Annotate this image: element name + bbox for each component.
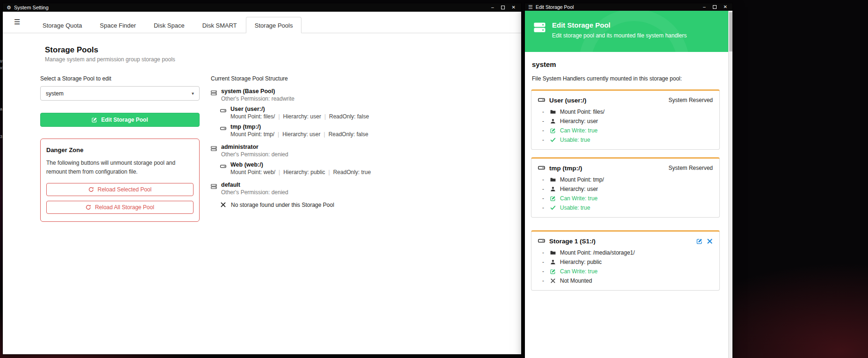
pool-name: default <box>221 182 288 188</box>
server-icon <box>211 182 217 190</box>
edit-icon <box>550 195 560 202</box>
pool-select[interactable]: system ▾ <box>40 86 200 101</box>
folder-icon <box>550 109 560 115</box>
pool-select-value: system <box>46 90 64 97</box>
times-icon <box>220 202 226 208</box>
storage-details: Mount Point: web/Hierarchy: publicReadOn… <box>230 169 371 175</box>
pool-select-label: Select a Storage Pool to edit <box>40 75 200 82</box>
edit-storage-pool-button[interactable]: Edit Storage Pool <box>40 113 200 127</box>
tab-disk-space[interactable]: Disk Space <box>145 17 194 33</box>
storage-details: Mount Point: tmp/Hierarchy: userReadOnly… <box>230 131 368 138</box>
close-button[interactable]: ✕ <box>724 5 727 9</box>
handler-canwrite-label: Can Write: true <box>560 195 597 202</box>
user-icon <box>550 259 560 265</box>
handler-mount-label: Mount Point: tmp/ <box>560 176 604 183</box>
storage-readonly: ReadOnly: true <box>333 169 371 175</box>
storage-name: User (user:/) <box>230 106 369 112</box>
user-icon <box>550 186 560 192</box>
storage-node: User (user:/) Mount Point: files/Hierarc… <box>220 106 371 120</box>
handler-hierarchy-label: Hierarchy: user <box>560 118 598 124</box>
storage-hierarchy: Hierarchy: user <box>283 113 321 120</box>
tab-disk-smart[interactable]: Disk SMART <box>194 17 246 33</box>
maximize-button[interactable] <box>501 6 505 9</box>
handler-name: tmp (tmp:/) <box>549 165 582 172</box>
handler-canwrite-row: Can Write: true <box>538 127 713 134</box>
storage-pool-tree: system (Base Pool) Other's Permission: r… <box>211 88 371 208</box>
hdd-icon <box>538 237 545 245</box>
handler-status-row: Usable: true <box>538 137 713 143</box>
handler-canwrite-label: Can Write: true <box>560 268 597 275</box>
handler-name: Storage 1 (S1:/) <box>549 238 595 245</box>
reload-all-pool-button[interactable]: Reload All Storage Pool <box>46 201 194 214</box>
window-title: System Setting <box>14 5 49 10</box>
system-reserved-badge: System Reserved <box>668 97 713 103</box>
check-icon <box>550 205 560 211</box>
empty-pool-message: No storage found under this Storage Pool <box>220 202 371 208</box>
banner-subtitle: Edit storage pool and its mounted file s… <box>552 32 687 39</box>
handler-hierarchy-row: Hierarchy: user <box>538 118 713 124</box>
handler-canwrite-row: Can Write: true <box>538 195 713 202</box>
refresh-icon <box>88 186 94 193</box>
titlebar: ⚙ System Setting – ✕ <box>3 3 521 12</box>
edit-handler-button[interactable] <box>696 238 703 244</box>
scrollbar-thumb[interactable] <box>729 12 732 51</box>
reload-selected-pool-button[interactable]: Reload Selected Pool <box>46 183 194 196</box>
pool-name: system (Base Pool) <box>221 88 294 95</box>
handler-hierarchy-label: Hierarchy: public <box>560 259 602 265</box>
desktop-icon-label-fragment: 3 <box>0 134 2 139</box>
maximize-icon <box>713 5 717 9</box>
server-icon <box>211 88 217 97</box>
edit-icon <box>92 117 97 123</box>
pool-node: default Other's Permission: denied No st… <box>211 182 371 208</box>
pool-permission: Other's Permission: denied <box>221 189 288 196</box>
chevron-down-icon: ▾ <box>192 91 194 96</box>
pool-permission: Other's Permission: denied <box>221 151 288 158</box>
tab-storage-pools[interactable]: Storage Pools <box>246 17 302 33</box>
handler-status-label: Usable: true <box>560 137 590 143</box>
handler-mount-label: Mount Point: files/ <box>560 109 604 115</box>
maximize-icon <box>501 6 505 9</box>
handler-status-label: Not Mounted <box>560 278 592 284</box>
close-button[interactable]: ✕ <box>512 5 516 10</box>
scrollbar[interactable] <box>728 11 732 358</box>
minimize-button[interactable]: – <box>491 5 494 10</box>
handler-mount-label: Mount Point: /media/storage1/ <box>560 249 635 256</box>
tab-storage-quota[interactable]: Storage Quota <box>34 17 91 33</box>
tab-bar: ☰ Storage Quota Space Finder Disk Space … <box>3 12 521 33</box>
handler-hierarchy-row: Hierarchy: user <box>538 186 713 192</box>
system-reserved-badge: System Reserved <box>668 165 713 171</box>
hdd-icon <box>538 164 545 172</box>
window-title: Edit Storage Pool <box>536 4 574 10</box>
remove-handler-button[interactable] <box>707 238 713 244</box>
storage-readonly: ReadOnly: false <box>329 131 368 138</box>
minimize-button[interactable]: – <box>703 5 706 9</box>
menu-icon[interactable]: ☰ <box>14 18 20 26</box>
folder-icon <box>550 249 560 256</box>
handler-canwrite-row: Can Write: true <box>538 268 713 275</box>
pool-name-heading: system <box>532 60 720 68</box>
system-setting-window: ⚙ System Setting – ✕ ☰ Storage Quota Spa… <box>3 3 521 354</box>
storage-name: tmp (tmp:/) <box>230 124 368 130</box>
hdd-icon <box>220 124 226 132</box>
desktop: { "icons": { "gear": "⚙", "hamburger": "… <box>0 0 868 358</box>
pool-node: system (Base Pool) Other's Permission: r… <box>211 88 371 138</box>
gear-icon: ⚙ <box>7 5 11 10</box>
edit-icon <box>550 127 560 134</box>
hdd-icon <box>220 162 226 170</box>
handler-hierarchy-label: Hierarchy: user <box>560 186 598 192</box>
tab-space-finder[interactable]: Space Finder <box>91 17 145 33</box>
storage-pools-page: Storage Pools Manage system and permissi… <box>3 33 521 354</box>
banner-title: Edit Storage Pool <box>552 21 687 29</box>
handler-name: User (user:/) <box>549 97 587 104</box>
storage-mount: Mount Point: web/ <box>230 169 275 175</box>
user-icon <box>550 118 560 124</box>
edit-icon <box>550 268 560 275</box>
pool-node: administrator Other's Permission: denied… <box>211 144 371 175</box>
menu-icon: ☰ <box>528 5 533 10</box>
handler-mount-row: Mount Point: files/ <box>538 109 713 115</box>
hdd-icon <box>538 96 545 104</box>
page-title: Storage Pools <box>45 45 507 55</box>
pool-permission: Other's Permission: readwrite <box>221 95 294 102</box>
handler-mount-row: Mount Point: /media/storage1/ <box>538 249 713 256</box>
maximize-button[interactable] <box>713 5 717 9</box>
